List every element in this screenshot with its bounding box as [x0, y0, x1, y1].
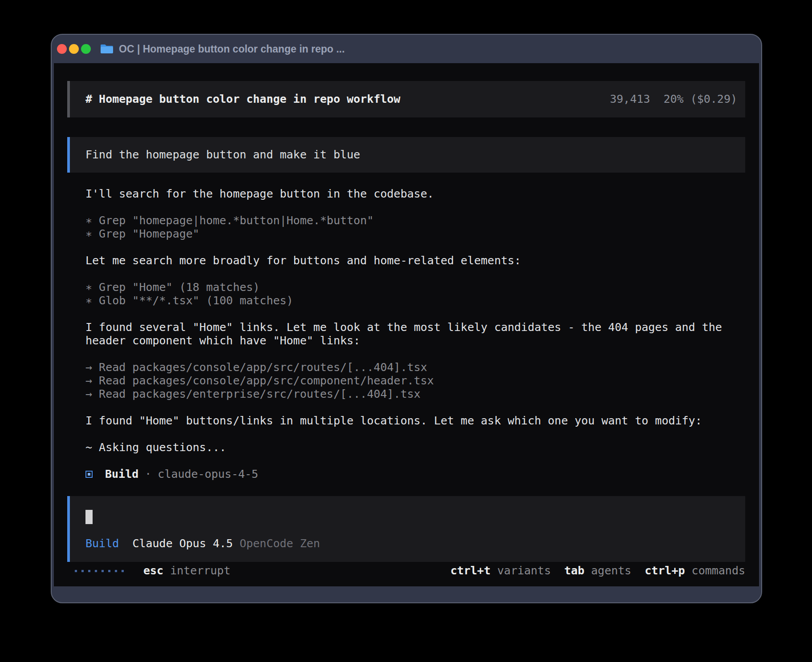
terminal-window: OC | Homepage button color change in rep… [51, 34, 762, 603]
minimize-button[interactable] [69, 44, 79, 54]
input-model[interactable]: Claude Opus 4.5 [132, 537, 233, 550]
assistant-text: I found "Home" buttons/links in multiple… [85, 414, 745, 428]
desktop: { "window": { "title": "OC | Homepage bu… [0, 0, 812, 662]
build-agent-icon [85, 471, 93, 478]
spinner-dot [115, 570, 117, 572]
shortcut-key-agents: tab [564, 564, 585, 577]
status-left: esc interrupt [67, 564, 231, 577]
spinner-dot [95, 570, 97, 572]
window-bottom-chrome [52, 586, 761, 602]
prompt-input[interactable]: Build Claude Opus 4.5 OpenCode Zen [67, 496, 745, 562]
input-footer: Build Claude Opus 4.5 OpenCode Zen [85, 537, 320, 550]
agent-model: claude-opus-4-5 [158, 468, 258, 481]
shortcut-label-commands: commands [692, 564, 745, 577]
status-bar: esc interrupt ctrl+t variants tab agents… [67, 564, 745, 577]
assistant-status-text: ~ Asking questions... [85, 441, 745, 454]
assistant-transcript: I'll search for the homepage button in t… [85, 187, 745, 481]
session-header: # Homepage button color change in repo w… [67, 81, 745, 117]
spinner-dot [102, 570, 104, 572]
tool-call-read: → Read packages/console/app/src/routes/[… [85, 361, 745, 374]
shortcut-key-commands: ctrl+p [645, 564, 685, 577]
spinner-dot [75, 570, 77, 572]
folder-icon [100, 44, 114, 54]
tool-call-glob: ∗ Glob "**/*.tsx" (100 matches) [85, 294, 745, 307]
assistant-text: Let me search more broadly for buttons a… [85, 254, 745, 267]
assistant-text: I'll search for the homepage button in t… [85, 187, 745, 201]
user-message-block: Find the homepage button and make it blu… [67, 137, 745, 173]
esc-key-hint: esc [143, 564, 163, 577]
session-title: # Homepage button color change in repo w… [85, 93, 400, 106]
spinner-dot [81, 570, 84, 572]
shortcut-key-variants: ctrl+t [451, 564, 491, 577]
tool-call-grep: ∗ Grep "homepage|home.*button|Home.*butt… [85, 214, 745, 227]
tool-call-grep: ∗ Grep "Home" (18 matches) [85, 281, 745, 294]
shortcut-label-variants: variants [497, 564, 551, 577]
window-title: OC | Homepage button color change in rep… [119, 43, 345, 55]
assistant-text: header component which have "Home" links… [85, 334, 745, 347]
agent-separator: · [145, 468, 151, 481]
session-stats: 39,413 20% ($0.29) [610, 93, 737, 106]
esc-key-label: interrupt [170, 564, 230, 577]
tool-call-read: → Read packages/console/app/src/componen… [85, 374, 745, 388]
input-provider: OpenCode Zen [240, 537, 320, 550]
status-right: ctrl+t variants tab agents ctrl+p comman… [451, 564, 745, 577]
agent-status-line: Build · claude-opus-4-5 [85, 468, 745, 481]
user-message-text: Find the homepage button and make it blu… [85, 148, 360, 161]
terminal-content: # Homepage button color change in repo w… [54, 63, 759, 586]
spinner-dot [108, 570, 110, 572]
working-spinner-dots [75, 570, 128, 572]
close-button[interactable] [57, 44, 67, 54]
zoom-button[interactable] [81, 44, 91, 54]
tool-call-grep: ∗ Grep "Homepage" [85, 227, 745, 241]
input-mode[interactable]: Build [85, 537, 119, 550]
title-bar[interactable]: OC | Homepage button color change in rep… [52, 35, 761, 63]
agent-name: Build [105, 468, 138, 481]
spinner-dot [88, 570, 90, 572]
assistant-text: I found several "Home" links. Let me loo… [85, 321, 745, 334]
spinner-dot [122, 570, 124, 572]
shortcut-label-agents: agents [591, 564, 631, 577]
text-cursor[interactable] [85, 510, 93, 524]
tool-call-read: → Read packages/enterprise/src/routes/[.… [85, 388, 745, 401]
